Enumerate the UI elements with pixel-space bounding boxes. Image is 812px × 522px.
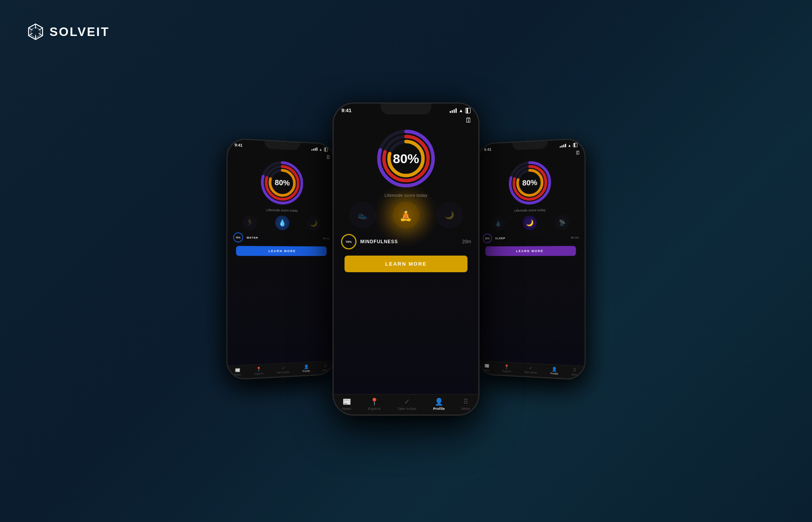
news-icon-left: 📰 [235,368,241,373]
metric-label-center: MINDFULNESS [360,239,458,244]
icons-bg-left: 🏃 💧 🌙 70% WATER 46 oz LEARN MORE [227,211,334,365]
score-percent-center: 80% [393,151,419,166]
nav-news-center[interactable]: 📰 News [342,397,351,411]
nav-news-left[interactable]: 📰 News [234,368,241,376]
learn-more-btn-right[interactable]: LEARN MORE [485,246,576,256]
nav-more-left[interactable]: ⠿ More [322,363,328,372]
calendar-icon-center[interactable]: 🗓 [465,116,472,125]
news-label-center: News [342,407,351,411]
nav-experts-center[interactable]: 📍 Experts [368,397,381,411]
lifemode-text-center: Lifemode score today [384,193,427,198]
score-percent-left: 80% [275,178,290,188]
wifi-icon-center: ▲ [459,108,463,113]
profile-label-right: Profile [551,372,558,375]
nav-profile-center[interactable]: 👤 Profile [433,397,445,411]
nav-experts-right[interactable]: 📍 Experts [503,364,511,373]
profile-label-center: Profile [433,407,445,411]
phone-right-screen: 9:41 ▲ ▌ 🗓 [478,139,585,379]
time-center: 9:41 [341,107,351,113]
learn-more-btn-left[interactable]: LEARN MORE [236,246,327,256]
experts-label-center: Experts [368,407,381,411]
battery-right: ▌ [573,143,577,147]
nav-takeaction-center[interactable]: ✓ Take Action [397,397,416,411]
news-icon-center: 📰 [343,397,351,406]
sleep-icon-center: 🌙 [436,201,463,229]
logo: SOLVEIT [27,23,110,40]
nav-takeaction-left[interactable]: ✓ Take Action [276,365,290,374]
calendar-icon-left[interactable]: 🗓 [326,154,331,160]
status-icons-center: ▲ ▌ [450,108,471,113]
metric-row-left: 70% WATER 46 oz [233,232,329,243]
nav-more-center[interactable]: ⠿ More [462,397,470,411]
mindfulness-icon-center: 🧘 [392,201,420,229]
news-label-left: News [234,373,241,376]
takeaction-icon-left: ✓ [281,365,285,370]
profile-label-left: Profile [303,370,310,372]
battery-left: ▌ [324,147,328,152]
metric-value-right: 8h 2m [571,236,579,239]
learn-more-btn-center[interactable]: LEARN MORE [345,256,467,272]
metric-label-left: WATER [247,236,320,240]
donut-left: 80% [258,157,306,208]
sleep-icon-active-right: 🌙 [523,215,537,230]
icons-bg-right: 💧 🌙 📡 50% SLEEP 8h 2m LEARN MORE [478,211,585,365]
logo-icon [27,23,44,40]
more-label-center: More [462,407,470,411]
wifi-icon-right: ▲ [568,143,571,148]
activity-icon-right: 📡 [555,215,570,230]
takeaction-icon-right: ✓ [529,365,532,370]
bottom-nav-center: 📰 News 📍 Experts ✓ Take Action 👤 Profile… [334,394,478,415]
time-right: 9:41 [484,147,491,152]
nav-more-right[interactable]: ⠿ More [571,368,578,376]
nav-experts-left[interactable]: 📍 Experts [254,367,263,375]
phone-left: 9:41 ▲ ▌ 🗓 [227,138,336,380]
metric-percent-center: 70% [346,240,352,244]
nav-news-right[interactable]: 📰 News [484,363,490,372]
news-label-right: News [484,369,490,372]
more-label-right: More [571,373,578,376]
calendar-icon-right[interactable]: 🗓 [575,150,580,155]
nav-profile-left[interactable]: 👤 Profile [303,364,310,372]
nav-profile-right[interactable]: 👤 Profile [551,367,558,375]
profile-icon-left: 👤 [304,364,309,369]
metric-circle-center: 70% [341,234,357,249]
nav-takeaction-right[interactable]: ✓ Take Action [524,365,537,374]
donut-label-center: 80% [393,151,419,166]
more-icon-center: ⠿ [463,397,468,406]
water-icon-left: 💧 [275,215,289,230]
status-icons-left: ▲ ▌ [311,147,328,152]
icon-row-left: 🏃 💧 🌙 [233,215,329,231]
profile-icon-right: 👤 [552,367,557,372]
signal-right [560,144,566,148]
svg-line-5 [39,33,43,36]
metric-row-center: 70% MINDFULNESS 20m [341,234,471,249]
signal-left [311,147,317,151]
water-icon-right: 💧 [491,216,505,231]
status-icons-right: ▲ ▌ [560,143,577,148]
metric-value-left: 46 oz [323,237,329,240]
experts-icon-left: 📍 [256,367,261,372]
metric-row-right: 50% SLEEP 8h 2m [483,232,579,243]
metric-circle-left: 70% [233,232,243,242]
score-percent-right: 80% [522,178,537,188]
svg-line-7 [29,33,32,36]
activity-icon-left: 🏃 [242,215,257,230]
screen-content-right: 🗓 80% [478,148,585,366]
screen-content-left: 🗓 80% [227,148,334,366]
time-left: 9:41 [235,143,242,147]
metric-circle-right: 50% [483,234,492,243]
takeaction-label-right: Take Action [524,371,537,374]
donut-label-right: 80% [522,178,537,188]
more-icon-right: ⠿ [573,368,576,373]
sleep-icon-left: 🌙 [307,216,321,231]
experts-icon-center: 📍 [370,397,379,406]
more-icon-left: ⠿ [324,363,327,368]
notch-center [381,104,432,114]
phone-center-screen: 9:41 ▲ ▌ 🗓 [334,104,478,415]
takeaction-label-left: Take Action [276,371,290,374]
activity-icon-center: 👟 [349,201,376,229]
icons-bg-center: 👟 🧘 🌙 70% MINDFULNESS 20m [334,198,478,394]
donut-label-left: 80% [275,178,290,188]
experts-label-left: Experts [254,372,263,375]
screen-content-center: 🗓 80% [334,115,478,394]
